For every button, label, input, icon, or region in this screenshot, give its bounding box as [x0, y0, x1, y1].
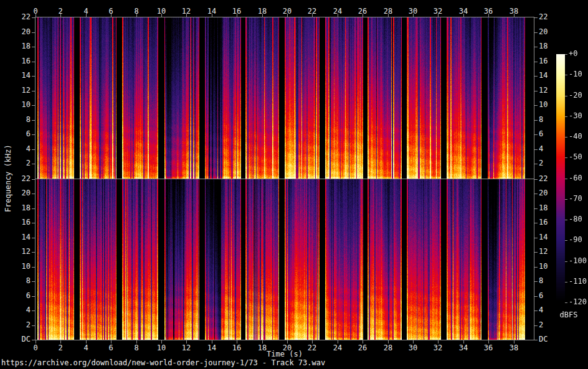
colorbar-unit-label: dBFS	[557, 311, 580, 319]
colorbar-tick-mark	[565, 199, 567, 200]
freq-tick-mark	[32, 194, 35, 194]
freq-tick-label: 8	[11, 277, 31, 285]
spectrogram-app: 02468101214161820222426283032343638 0246…	[0, 0, 588, 369]
freq-axis-title: Frequency (kHz)	[4, 116, 12, 241]
colorbar-tick-label: -120	[569, 298, 588, 306]
freq-tick-label: 22	[11, 13, 31, 21]
freq-tick-mark	[534, 252, 538, 253]
freq-tick-label: 6	[11, 130, 31, 138]
freq-tick-mark	[534, 164, 538, 164]
colorbar-tick-label: -20	[569, 91, 588, 100]
freq-tick-mark	[534, 120, 538, 121]
freq-tick-mark	[32, 179, 35, 180]
colorbar-tick-label: -110	[569, 278, 588, 286]
time-tick-label: 26	[353, 344, 372, 352]
freq-tick-label: 10	[11, 263, 31, 271]
freq-tick-label: 22	[539, 13, 560, 21]
time-tick-label: 8	[127, 7, 146, 16]
colorbar-tick-mark	[565, 137, 567, 138]
colorbar-tick-label: -30	[569, 112, 588, 120]
freq-tick-label: 20	[539, 28, 560, 36]
freq-tick-label: DC	[539, 335, 560, 343]
freq-tick-label: 18	[539, 42, 560, 50]
colorbar-tick-mark	[565, 157, 567, 158]
freq-tick-label: 6	[11, 292, 31, 300]
freq-tick-mark	[32, 47, 35, 47]
time-tick-label: 16	[227, 344, 246, 352]
time-tick-label: 36	[479, 344, 498, 352]
freq-tick-mark	[534, 281, 538, 282]
freq-tick-mark	[32, 62, 35, 62]
freq-tick-mark	[32, 267, 35, 268]
time-tick-label: 24	[328, 344, 347, 352]
freq-tick-label: 4	[11, 145, 31, 153]
colorbar-tick-label: -50	[569, 153, 588, 161]
freq-tick-mark	[32, 32, 35, 33]
colorbar-tick-label: -40	[569, 133, 588, 141]
freq-tick-mark	[534, 32, 538, 33]
freq-tick-label: 2	[539, 321, 560, 329]
time-tick-label: 36	[479, 7, 498, 16]
colorbar-gradient	[556, 54, 565, 302]
time-tick-label: 14	[202, 7, 221, 16]
freq-tick-mark	[534, 296, 538, 297]
time-tick-label: 26	[353, 7, 372, 16]
freq-tick-mark	[32, 311, 35, 311]
freq-tick-mark	[534, 340, 538, 340]
freq-tick-mark	[32, 105, 35, 106]
freq-tick-label: 22	[11, 175, 31, 183]
freq-tick-mark	[32, 91, 35, 91]
freq-tick-mark	[32, 223, 35, 223]
freq-tick-mark	[32, 296, 35, 297]
freq-tick-mark	[534, 76, 538, 77]
freq-tick-mark	[534, 62, 538, 62]
time-tick-label: 34	[454, 344, 473, 352]
freq-tick-mark	[32, 76, 35, 77]
time-tick-label: 24	[328, 7, 347, 16]
freq-tick-label: 8	[11, 116, 31, 124]
freq-tick-mark	[32, 281, 35, 282]
time-tick-label: 22	[303, 7, 321, 16]
spectrogram-channel-2	[36, 179, 534, 340]
time-tick-label: 10	[152, 7, 171, 16]
time-tick-label: 12	[177, 344, 196, 352]
colorbar-tick-mark	[565, 96, 567, 96]
colorbar-tick-mark	[565, 240, 567, 241]
freq-tick-mark	[534, 208, 538, 209]
freq-tick-label: 4	[11, 306, 31, 314]
freq-tick-label: 14	[11, 72, 31, 80]
panel-separator	[35, 179, 534, 179]
time-tick-label: 32	[429, 344, 447, 352]
time-tick-label: 4	[77, 344, 95, 352]
freq-tick-mark	[534, 238, 538, 238]
time-tick-label: 18	[253, 7, 272, 16]
freq-tick-mark	[32, 252, 35, 253]
colorbar-tick-mark	[565, 179, 567, 179]
freq-tick-label: 2	[11, 159, 31, 167]
time-tick-label: 20	[278, 7, 296, 16]
colorbar-tick-label: -10	[569, 70, 588, 78]
time-tick-label: 6	[102, 344, 120, 352]
colorbar-tick-mark	[565, 220, 567, 220]
colorbar-tick-mark	[565, 54, 567, 55]
freq-tick-mark	[534, 134, 538, 135]
colorbar-tick-label: -100	[569, 257, 588, 265]
freq-tick-mark	[32, 17, 35, 18]
colorbar-tick-label: +0	[569, 50, 588, 58]
freq-tick-label: 10	[11, 101, 31, 109]
freq-tick-mark	[534, 194, 538, 194]
time-tick-label: 8	[127, 344, 146, 352]
time-tick-label: 2	[51, 7, 70, 16]
freq-tick-label: 20	[11, 189, 31, 197]
time-tick-label: 38	[505, 344, 523, 352]
freq-tick-label: 2	[11, 321, 31, 329]
freq-tick-label: 14	[11, 233, 31, 241]
colorbar-tick-mark	[565, 116, 567, 117]
url-caption: https://archive.org/download/new-world-o…	[1, 358, 325, 367]
freq-tick-mark	[534, 325, 538, 326]
freq-tick-mark	[32, 149, 35, 150]
time-tick-label: 12	[177, 7, 196, 16]
freq-tick-mark	[534, 17, 538, 18]
freq-tick-mark	[32, 208, 35, 209]
freq-tick-mark	[32, 120, 35, 121]
